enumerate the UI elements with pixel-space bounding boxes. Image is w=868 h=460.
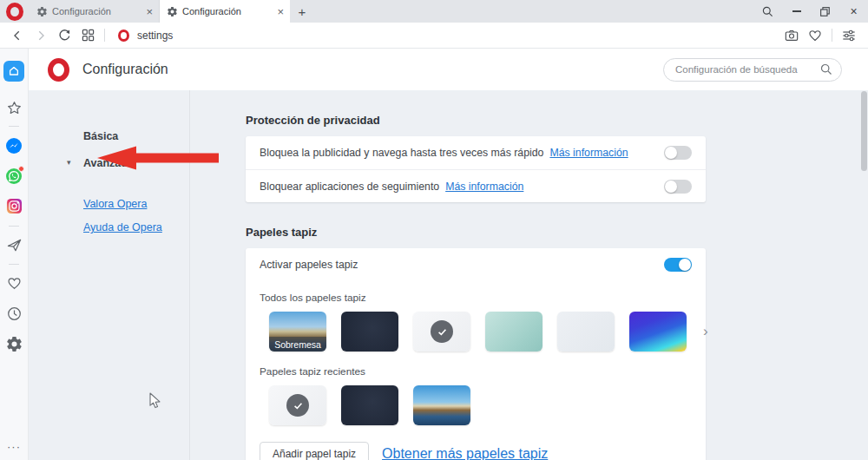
bookmarks-star-button[interactable] [7, 101, 22, 115]
settings-search-box[interactable] [663, 58, 842, 82]
search-icon [820, 63, 832, 76]
addressbar-separator [832, 29, 832, 42]
setting-row-enable-wallpapers: Activar papeles tapiz [246, 248, 706, 281]
privacy-card: Bloquea la publicidad y navega hasta tre… [246, 136, 706, 202]
selected-check-icon [431, 320, 453, 343]
toggle-knob [665, 181, 677, 193]
restore-icon [820, 7, 830, 16]
home-icon [8, 65, 20, 77]
wallpaper-thumbnail-light-selected[interactable] [413, 312, 470, 352]
opera-logo-icon [48, 58, 69, 82]
rail-divider [9, 264, 19, 265]
search-tabs-button[interactable] [753, 0, 782, 23]
wallpaper-actions: Añadir papel tapiz Obtener más papeles t… [246, 425, 706, 460]
notification-badge [18, 166, 24, 172]
tab-title: Configuración [52, 6, 141, 16]
new-tab-button[interactable]: + [290, 0, 314, 23]
opera-help-link[interactable]: Ayuda de Opera [29, 221, 189, 233]
wallpaper-thumbnail-teal[interactable] [485, 312, 542, 352]
reload-icon [58, 29, 71, 42]
add-wallpaper-button[interactable]: Añadir papel tapiz [260, 442, 369, 460]
settings-header: Configuración [29, 49, 868, 90]
addressbar-separator [104, 29, 105, 42]
setting-row-adblock: Bloquea la publicidad y navega hasta tre… [246, 136, 706, 169]
tabbar-spacer [314, 0, 753, 23]
history-button[interactable] [7, 306, 22, 321]
tab-close-icon[interactable]: × [146, 6, 153, 17]
instagram-button[interactable] [6, 198, 23, 214]
tracking-toggle[interactable] [664, 180, 692, 194]
snapshot-button[interactable] [781, 25, 802, 46]
wallpaper-thumbnail-beach[interactable] [413, 385, 470, 425]
setting-row-tracking: Bloquear aplicaciones de seguimiento Más… [246, 169, 706, 202]
address-bar: settings [0, 23, 868, 49]
wallpaper-thumbnail-beach[interactable]: Sobremesa [269, 312, 326, 352]
close-icon: × [850, 5, 857, 17]
whatsapp-button[interactable] [5, 168, 23, 185]
more-info-link[interactable]: Más información [549, 147, 628, 159]
all-wallpapers-label: Todos los papeles tapiz [246, 281, 706, 312]
adblock-toggle[interactable] [664, 146, 692, 160]
wallpaper-thumbnail-light-selected[interactable] [269, 385, 326, 425]
caret-down-icon: ▾ [67, 158, 71, 167]
close-window-button[interactable]: × [839, 0, 868, 23]
speed-dial-button[interactable] [3, 61, 24, 82]
wallpaper-caption: Sobremesa [269, 337, 326, 352]
rail-divider [9, 226, 19, 227]
wallpapers-toggle[interactable] [664, 258, 692, 272]
clock-icon [7, 306, 22, 321]
tab-close-icon[interactable]: × [277, 6, 284, 17]
back-button[interactable] [7, 25, 28, 46]
messenger-button[interactable] [5, 137, 23, 154]
minimize-button[interactable] [782, 0, 811, 23]
tab-configuracion-2-active[interactable]: Configuración × [160, 0, 290, 23]
url-field[interactable]: settings [111, 30, 180, 42]
forward-icon [35, 30, 47, 42]
restore-button[interactable] [811, 0, 839, 23]
recent-wallpapers-row [246, 385, 706, 425]
more-info-link[interactable]: Más información [445, 181, 523, 193]
my-flow-button[interactable] [6, 237, 23, 253]
nav-item-basica[interactable]: Básica [29, 130, 189, 142]
settings-content: Básica ▾ Avanzado Valora Opera Ayuda de … [29, 90, 868, 460]
wallpaper-thumbnail-abstract[interactable] [629, 312, 687, 352]
easy-setup-button[interactable] [838, 25, 859, 46]
personal-news-button[interactable] [7, 276, 22, 291]
tab-configuracion-1[interactable]: Configuración × [30, 0, 160, 23]
all-wallpapers-row: Sobremesa › [246, 312, 706, 352]
forward-button[interactable] [30, 25, 51, 46]
speed-dial-tiles-button[interactable] [77, 25, 98, 46]
wallpaper-thumbnail-pale[interactable] [557, 312, 615, 352]
toggle-knob [679, 259, 691, 271]
opera-logo-icon [6, 3, 23, 21]
search-icon [762, 6, 773, 17]
rate-opera-link[interactable]: Valora Opera [29, 198, 189, 210]
reload-button[interactable] [54, 25, 75, 46]
tab-title: Configuración [182, 6, 272, 16]
scrollbar-thumb[interactable] [861, 91, 867, 171]
get-more-wallpapers-link[interactable]: Obtener más papeles tapiz [382, 446, 548, 460]
settings-button[interactable] [7, 337, 22, 352]
opera-menu-button[interactable] [0, 0, 30, 23]
instagram-icon [6, 198, 23, 214]
recent-wallpapers-label: Papeles tapiz recientes [246, 352, 706, 385]
settings-tab-icon [37, 7, 47, 16]
settings-search-input[interactable] [675, 64, 820, 75]
wallpapers-card: Activar papeles tapiz Todos los papeles … [246, 248, 706, 460]
tab-bar: Configuración × Configuración × + × [0, 0, 868, 23]
rail-more-button[interactable]: ··· [0, 440, 28, 453]
tiles-grid-icon [82, 29, 95, 42]
heart-icon [808, 29, 822, 43]
paper-plane-icon [6, 237, 23, 253]
scroll-right-chevron-icon[interactable]: › [703, 323, 708, 340]
toggle-knob [665, 147, 677, 159]
back-icon [11, 30, 23, 42]
wallpaper-thumbnail-navy[interactable] [341, 312, 398, 352]
wallpaper-thumbnail-navy[interactable] [341, 385, 398, 425]
bookmark-button[interactable] [805, 25, 825, 46]
page-title: Configuración [82, 62, 168, 77]
setting-label: Bloquear aplicaciones de seguimiento [260, 181, 439, 193]
rail-divider [9, 126, 19, 127]
setting-label: Bloquea la publicidad y navega hasta tre… [260, 147, 543, 159]
star-icon [7, 101, 22, 115]
